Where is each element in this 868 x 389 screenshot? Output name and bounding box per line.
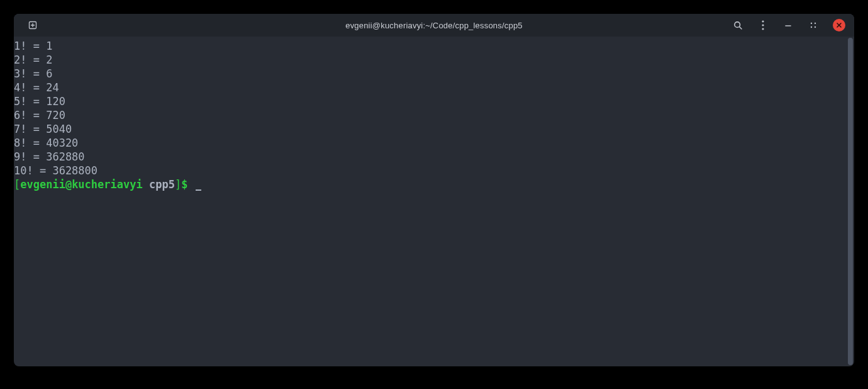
svg-point-12 [815, 26, 816, 28]
output-line: 3! = 6 [14, 67, 854, 81]
svg-point-9 [811, 23, 812, 24]
svg-point-7 [762, 28, 764, 30]
scrollbar[interactable] [848, 38, 853, 365]
svg-point-10 [815, 23, 816, 24]
new-tab-button[interactable] [28, 20, 38, 30]
terminal-body[interactable]: 1! = 12! = 23! = 64! = 245! = 1206! = 72… [14, 37, 854, 366]
close-button[interactable] [833, 19, 845, 31]
svg-point-5 [762, 20, 764, 22]
prompt-dollar: $ [181, 178, 187, 191]
output-line: 4! = 24 [14, 81, 854, 94]
output-line: 10! = 3628800 [14, 164, 854, 178]
minimize-button[interactable] [782, 20, 794, 31]
prompt-close-bracket: ] [175, 178, 181, 191]
prompt-user-host: evgenii@kucheriavyi [20, 178, 142, 191]
output-line: 6! = 720 [14, 108, 854, 122]
menu-icon[interactable] [757, 20, 769, 31]
output-line: 5! = 120 [14, 94, 854, 108]
output-line: 8! = 40320 [14, 136, 854, 150]
svg-point-11 [811, 26, 812, 28]
output-line: 1! = 1 [14, 39, 854, 53]
search-icon[interactable] [732, 20, 743, 31]
titlebar: evgenii@kucheriavyi:~/Code/cpp_lessons/c… [14, 14, 854, 37]
cursor [196, 189, 201, 191]
output-line: 9! = 362880 [14, 150, 854, 164]
output-line: 7! = 5040 [14, 122, 854, 136]
window-title: evgenii@kucheriavyi:~/Code/cpp_lessons/c… [14, 21, 854, 30]
maximize-button[interactable] [808, 20, 819, 31]
prompt-open-bracket: [ [14, 178, 20, 191]
window-controls [732, 19, 845, 31]
svg-line-4 [739, 26, 742, 29]
svg-point-6 [762, 24, 764, 26]
terminal-content: 1! = 12! = 23! = 64! = 245! = 1206! = 72… [14, 39, 854, 191]
prompt-line: [evgenii@kucheriavyi cpp5]$ [14, 178, 854, 191]
output-line: 2! = 2 [14, 53, 854, 67]
terminal-window: evgenii@kucheriavyi:~/Code/cpp_lessons/c… [14, 14, 854, 366]
prompt-dir: cpp5 [149, 178, 175, 191]
